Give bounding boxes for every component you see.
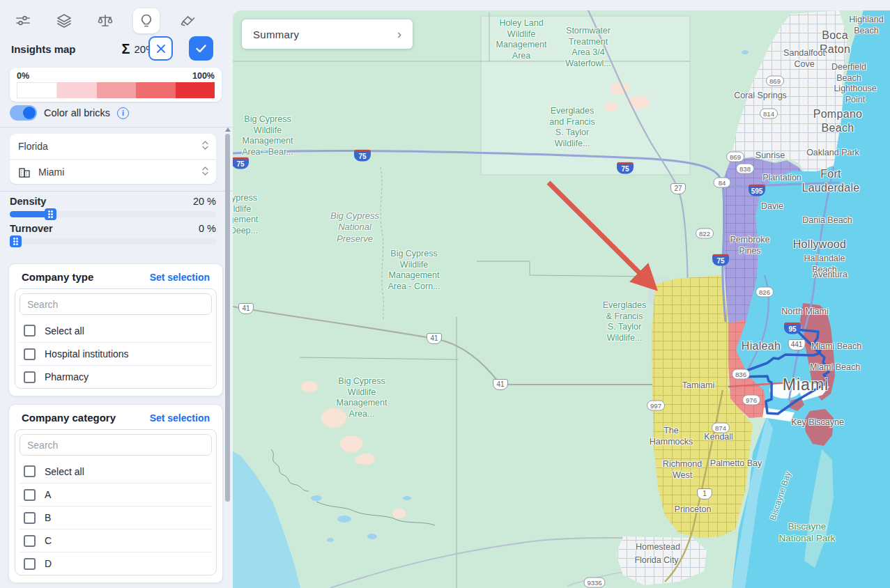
checkbox[interactable] bbox=[24, 325, 36, 336]
sidebar-scrollbar[interactable] bbox=[225, 127, 231, 584]
legend-swatches bbox=[17, 82, 215, 98]
checkbox[interactable] bbox=[24, 489, 36, 501]
density-slider[interactable] bbox=[10, 211, 216, 217]
item-label: Select all bbox=[45, 325, 84, 336]
divider bbox=[0, 191, 233, 192]
company-type-card: Company type Set selection Select all Ho… bbox=[8, 263, 223, 396]
scales-icon[interactable] bbox=[92, 8, 118, 33]
item-label: D bbox=[45, 558, 52, 569]
legend-swatch bbox=[97, 82, 136, 98]
item-label: Hospital institutions bbox=[45, 348, 129, 359]
list-item[interactable]: Hospital institutions bbox=[20, 342, 212, 365]
turnover-slider-block: Turnover 0 % bbox=[10, 223, 216, 245]
item-label: Pharmacy bbox=[45, 371, 89, 382]
list-item[interactable]: Pharmacy bbox=[20, 365, 212, 388]
info-icon[interactable]: i bbox=[117, 107, 129, 119]
legend-max: 100% bbox=[192, 71, 215, 81]
divider bbox=[0, 127, 233, 127]
legend-min: 0% bbox=[17, 71, 29, 81]
turnover-value: 0 % bbox=[199, 223, 216, 234]
checkbox[interactable] bbox=[24, 371, 36, 383]
item-label: Select all bbox=[45, 466, 84, 477]
turnover-slider[interactable] bbox=[10, 238, 216, 245]
top-strip bbox=[233, 0, 890, 10]
legend-swatch bbox=[136, 82, 175, 98]
state-select-value: Florida bbox=[18, 141, 48, 152]
company-category-set-selection[interactable]: Set selection bbox=[150, 412, 210, 424]
item-label: A bbox=[45, 489, 51, 500]
legend-swatch bbox=[176, 82, 215, 98]
chevron-right-icon: › bbox=[397, 26, 401, 42]
turnover-slider-handle[interactable] bbox=[10, 235, 22, 247]
confirm-button[interactable] bbox=[189, 36, 213, 61]
density-value: 20 % bbox=[193, 196, 216, 207]
density-slider-block: Density 20 % bbox=[10, 196, 216, 217]
company-category-search-input[interactable] bbox=[20, 434, 212, 456]
company-category-card: Company category Set selection Select al… bbox=[8, 404, 223, 583]
summary-panel[interactable]: Summary › bbox=[242, 20, 413, 49]
list-item[interactable]: C bbox=[20, 529, 212, 552]
app-title: Insights map bbox=[11, 43, 76, 55]
location-selects: Florida Miami bbox=[10, 134, 216, 184]
item-label: C bbox=[45, 535, 52, 546]
turnover-label: Turnover bbox=[10, 223, 53, 234]
summary-label: Summary bbox=[253, 29, 299, 40]
checkbox[interactable] bbox=[24, 348, 36, 360]
city-select-value: Miami bbox=[38, 167, 64, 178]
company-type-set-selection[interactable]: Set selection bbox=[150, 272, 210, 283]
filter-sliders-icon[interactable] bbox=[10, 8, 36, 33]
chevron-updown-icon bbox=[201, 140, 209, 153]
buildings-icon bbox=[18, 167, 31, 178]
cancel-button[interactable] bbox=[148, 36, 173, 61]
toolbar bbox=[10, 8, 201, 33]
highlighter-icon[interactable] bbox=[174, 8, 201, 33]
list-item[interactable]: B bbox=[20, 506, 212, 529]
density-slider-handle[interactable] bbox=[45, 208, 56, 220]
company-type-title: Company type bbox=[22, 271, 93, 283]
list-item[interactable]: A bbox=[20, 483, 212, 506]
sigma-symbol: Σ bbox=[122, 41, 130, 57]
density-legend: 0% 100% bbox=[10, 68, 222, 102]
color-all-bricks-toggle[interactable] bbox=[10, 105, 37, 121]
sidebar: Insights map Σ 20% 0% 100% Color all bri… bbox=[0, 0, 233, 588]
toggle-label: Color all bricks bbox=[44, 107, 110, 118]
layers-icon[interactable] bbox=[51, 8, 77, 33]
checkbox[interactable] bbox=[24, 465, 36, 477]
company-category-title: Company category bbox=[22, 412, 116, 424]
map-canvas[interactable]: Highland BeachBoca RatonSandalfoot CoveD… bbox=[233, 10, 890, 588]
lightbulb-icon[interactable] bbox=[133, 8, 160, 33]
checkbox[interactable] bbox=[24, 535, 36, 547]
checkbox[interactable] bbox=[24, 558, 36, 570]
chevron-updown-icon bbox=[201, 166, 209, 179]
checkbox[interactable] bbox=[24, 512, 36, 524]
list-item[interactable]: D bbox=[20, 552, 212, 575]
scrollbar-thumb[interactable] bbox=[225, 134, 230, 502]
list-item[interactable]: Select all bbox=[20, 460, 212, 483]
legend-swatch bbox=[17, 82, 57, 98]
company-type-search-input[interactable] bbox=[20, 293, 212, 315]
list-item[interactable]: Select all bbox=[20, 319, 212, 342]
item-label: B bbox=[45, 512, 51, 523]
state-select[interactable]: Florida bbox=[10, 134, 216, 159]
legend-swatch bbox=[57, 82, 96, 98]
city-select[interactable]: Miami bbox=[10, 159, 216, 184]
scroll-up-arrow[interactable] bbox=[225, 127, 231, 132]
density-label: Density bbox=[10, 196, 46, 207]
